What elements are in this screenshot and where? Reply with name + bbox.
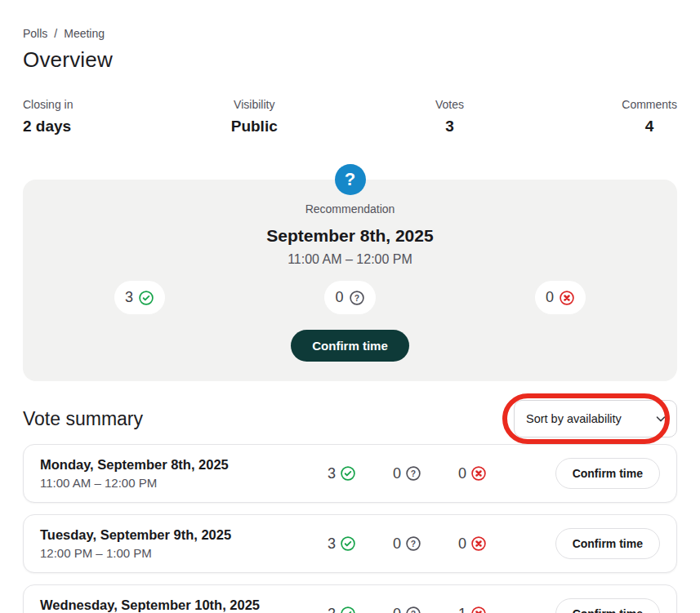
recommendation-card: ? Recommendation September 8th, 2025 11:…	[23, 180, 677, 381]
x-circle-icon	[470, 606, 487, 613]
poll-overview-page: Polls / Meeting Overview Closing in 2 da…	[0, 0, 700, 613]
recommendation-vote-counts: 3 0 ? 0	[23, 281, 677, 314]
vote-row-counts: 3 0 ? 0	[328, 465, 494, 482]
stat-comments: Comments 4	[622, 98, 677, 135]
maybe-count: 0 ?	[393, 535, 429, 553]
check-circle-icon	[138, 290, 154, 306]
stat-votes: Votes 3	[435, 98, 464, 135]
vote-row: Wednesday, September 10th, 2025 1:00 PM …	[23, 584, 677, 613]
maybe-count: 0	[335, 289, 343, 306]
breadcrumb-separator: /	[54, 27, 57, 40]
no-count: 1	[458, 606, 494, 613]
vote-row-date: Wednesday, September 10th, 2025	[40, 597, 328, 613]
x-circle-icon	[470, 465, 487, 482]
check-circle-icon	[340, 535, 356, 552]
vote-row-counts: 3 0 ? 0	[328, 535, 494, 553]
vote-row: Tuesday, September 9th, 2025 12:00 PM – …	[23, 514, 677, 573]
vote-summary-header: Vote summary Sort by availability	[23, 400, 677, 438]
stat-label: Visibility	[231, 98, 278, 111]
recommendation-label: Recommendation	[23, 202, 677, 215]
recommendation-date: September 8th, 2025	[23, 226, 677, 246]
no-count: 0	[458, 465, 494, 482]
vote-summary-rows: Monday, September 8th, 2025 11:00 AM – 1…	[23, 444, 677, 613]
stat-label: Votes	[435, 98, 464, 111]
stat-visibility: Visibility Public	[231, 98, 278, 135]
no-count-value: 0	[458, 465, 466, 482]
vote-summary-title: Vote summary	[23, 408, 143, 430]
question-circle-icon: ?	[405, 606, 421, 613]
question-circle-icon: ?	[405, 465, 421, 482]
confirm-time-button[interactable]: Confirm time	[555, 458, 660, 489]
question-circle-icon: ?	[405, 535, 421, 552]
maybe-count: 0 ?	[393, 606, 429, 613]
svg-text:?: ?	[411, 469, 416, 478]
recommendation-time: 11:00 AM – 12:00 PM	[23, 252, 677, 267]
sort-select[interactable]: Sort by availability	[514, 400, 677, 438]
yes-count-pill: 3	[114, 281, 165, 314]
confirm-time-button[interactable]: Confirm time	[555, 598, 660, 613]
vote-row-counts: 2 0 ? 1	[328, 606, 494, 613]
vote-row-time: 12:00 PM – 1:00 PM	[40, 546, 328, 560]
no-count-value: 1	[458, 606, 466, 613]
no-count-value: 0	[458, 535, 466, 553]
yes-count-value: 3	[328, 465, 336, 482]
breadcrumb-meeting: Meeting	[64, 27, 105, 40]
vote-row-info: Tuesday, September 9th, 2025 12:00 PM – …	[40, 527, 328, 560]
maybe-count: 0 ?	[393, 465, 429, 482]
yes-count: 3	[125, 289, 133, 306]
stat-label: Comments	[622, 98, 677, 111]
vote-row-time: 11:00 AM – 12:00 PM	[40, 476, 328, 490]
stat-value: 2 days	[23, 118, 73, 135]
vote-row-info: Wednesday, September 10th, 2025 1:00 PM …	[40, 597, 328, 613]
check-circle-icon	[340, 465, 356, 482]
page-title: Overview	[23, 47, 677, 73]
maybe-count-pill: 0 ?	[324, 281, 375, 314]
stat-value: 4	[622, 118, 677, 135]
svg-text:?: ?	[411, 540, 416, 549]
vote-row: Monday, September 8th, 2025 11:00 AM – 1…	[23, 444, 677, 503]
vote-row-date: Tuesday, September 9th, 2025	[40, 527, 328, 543]
x-circle-icon	[559, 290, 575, 306]
maybe-count-value: 0	[393, 465, 401, 482]
no-count: 0	[458, 535, 494, 553]
vote-row-date: Monday, September 8th, 2025	[40, 457, 328, 473]
svg-text:?: ?	[354, 293, 359, 302]
yes-count-value: 2	[328, 606, 336, 613]
sort-select-wrap: Sort by availability	[514, 400, 677, 438]
breadcrumb-polls[interactable]: Polls	[23, 27, 47, 40]
x-circle-icon	[470, 535, 487, 552]
svg-text:?: ?	[411, 610, 416, 613]
confirm-time-button[interactable]: Confirm time	[291, 330, 409, 362]
maybe-count-value: 0	[393, 606, 401, 613]
maybe-count-value: 0	[393, 535, 401, 553]
question-mark-icon: ?	[335, 164, 366, 195]
yes-count: 3	[328, 465, 363, 482]
no-count: 0	[546, 289, 554, 306]
stat-value: Public	[231, 118, 278, 135]
stat-label: Closing in	[23, 98, 73, 111]
vote-row-info: Monday, September 8th, 2025 11:00 AM – 1…	[40, 457, 328, 490]
yes-count-value: 3	[328, 535, 336, 553]
no-count-pill: 0	[535, 281, 586, 314]
yes-count: 2	[328, 606, 363, 613]
check-circle-icon	[340, 606, 356, 613]
stats-row: Closing in 2 days Visibility Public Vote…	[23, 98, 677, 135]
question-circle-icon: ?	[349, 290, 365, 306]
stat-closing-in: Closing in 2 days	[23, 98, 73, 135]
confirm-time-button[interactable]: Confirm time	[555, 528, 660, 559]
yes-count: 3	[328, 535, 363, 553]
breadcrumb: Polls / Meeting	[23, 0, 677, 40]
stat-value: 3	[435, 118, 464, 135]
